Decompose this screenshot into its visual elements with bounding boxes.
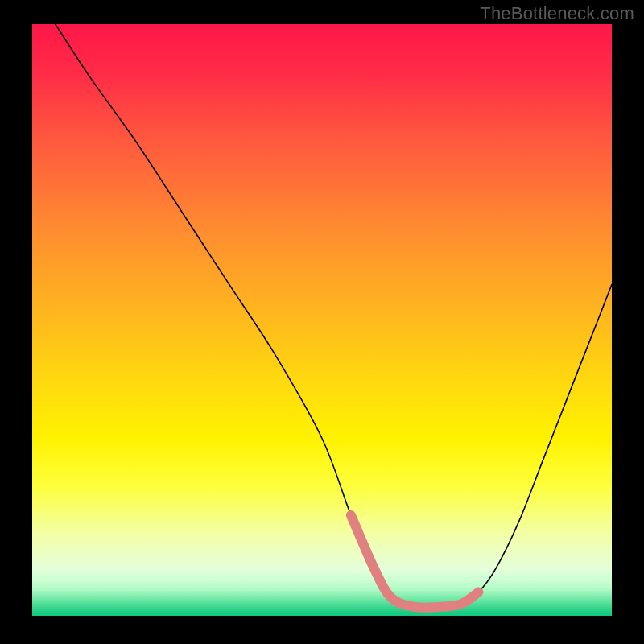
plot-area <box>32 24 612 616</box>
chart-frame: TheBottleneck.com <box>0 0 644 644</box>
bottleneck-curve <box>56 24 612 608</box>
curve-svg <box>32 24 612 616</box>
optimal-zone-highlight <box>351 515 478 608</box>
watermark-text: TheBottleneck.com <box>480 3 634 24</box>
